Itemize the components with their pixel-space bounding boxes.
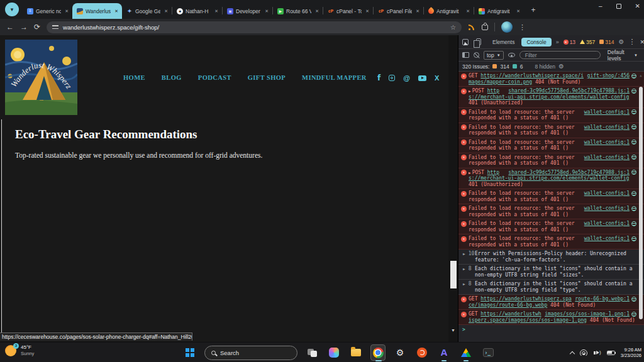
nav-link-podcast[interactable]: PODCAST: [198, 74, 231, 81]
antigravity-taskbar-button[interactable]: A: [436, 344, 452, 361]
expand-arrow-icon[interactable]: ▶: [469, 89, 471, 93]
open-issue-icon[interactable]: [631, 170, 636, 175]
open-issue-icon[interactable]: [631, 236, 636, 241]
console-sidebar-icon[interactable]: [462, 52, 469, 58]
console-scrollbar[interactable]: ▲: [639, 72, 643, 342]
extensions-puzzle-icon[interactable]: [482, 25, 488, 30]
wifi-icon[interactable]: [580, 349, 588, 356]
tab-close-icon[interactable]: ✕: [364, 8, 370, 14]
issue-count-badge[interactable]: 314: [599, 39, 614, 45]
tab-close-icon[interactable]: ✕: [314, 8, 320, 14]
scroll-down-icon[interactable]: ▼: [451, 328, 455, 332]
nav-link-gift-shop[interactable]: GIFT SHOP: [248, 74, 286, 81]
maximize-button[interactable]: [616, 4, 621, 9]
message-marker[interactable]: ▶8: [460, 281, 475, 287]
source-link[interactable]: wallet-config:1: [584, 109, 630, 116]
tab-elements[interactable]: Elements: [490, 38, 517, 47]
tray-overflow-icon[interactable]: [570, 351, 575, 356]
devtools-settings-icon[interactable]: ⚙: [618, 38, 624, 45]
open-issue-icon[interactable]: [631, 297, 636, 302]
source-link[interactable]: images/sos/sos-image-1.png:1: [545, 311, 630, 317]
clock[interactable]: 9:26 AM 3/23/2026: [621, 347, 641, 358]
open-issue-icon[interactable]: [631, 155, 636, 160]
source-link[interactable]: wallet-config:1: [584, 140, 630, 146]
tab-close-icon[interactable]: ✕: [264, 8, 270, 14]
browser-menu-icon[interactable]: ⋮: [519, 23, 526, 31]
start-button[interactable]: [182, 344, 197, 361]
source-link[interactable]: wallet-config:1: [584, 221, 630, 227]
browser-tab[interactable]: Antigravit✕: [474, 3, 524, 19]
open-issue-icon[interactable]: [631, 206, 636, 211]
browser-tab[interactable]: Wanderlus✕: [72, 3, 122, 19]
ubuntu-taskbar-button[interactable]: [414, 344, 430, 361]
tab-close-icon[interactable]: ✕: [64, 8, 70, 14]
issues-count-label[interactable]: 320 Issues:: [462, 63, 489, 70]
nav-link-blog[interactable]: BLOG: [162, 74, 182, 81]
task-view-taskbar-button[interactable]: [304, 344, 319, 361]
address-bar[interactable]: wanderlustwhisperz.space/gift-shop/ ☆: [47, 21, 462, 33]
google-drive-taskbar-button[interactable]: [458, 344, 474, 361]
source-link[interactable]: route-66-bg.webp:1: [575, 296, 630, 302]
source-link[interactable]: shared-3c99dc57758ed.9e5bc719c47988.js:1: [508, 170, 630, 176]
copilot-taskbar-button[interactable]: [326, 344, 341, 361]
source-link[interactable]: wallet-config:1: [584, 124, 630, 131]
url-text[interactable]: wanderlustwhisperz.space/gift-shop/: [63, 24, 446, 31]
browser-tab[interactable]: ≡Generic no✕: [23, 3, 72, 19]
expand-arrow-icon[interactable]: ▶: [463, 281, 465, 287]
warning-count-badge[interactable]: 357: [580, 39, 595, 45]
log-levels-selector[interactable]: Default levels▼: [605, 48, 640, 62]
open-issue-icon[interactable]: [631, 312, 636, 317]
open-issue-icon[interactable]: [631, 221, 636, 226]
devtools-close-icon[interactable]: ✕: [640, 39, 644, 45]
site-settings-icon[interactable]: [52, 25, 58, 30]
bookmark-star-icon[interactable]: ☆: [450, 24, 456, 31]
source-link[interactable]: gift-shop/:456: [587, 73, 630, 79]
tab-close-icon[interactable]: ✕: [414, 8, 421, 14]
nav-link-mindful-mapper[interactable]: MINDFUL MAPPER: [302, 74, 367, 81]
page-scrollbar[interactable]: ▼: [448, 35, 458, 342]
source-link[interactable]: wallet-config:1: [584, 190, 630, 197]
minimize-button[interactable]: –: [599, 3, 602, 9]
tab-search-button[interactable]: ▾: [5, 3, 19, 16]
message-marker[interactable]: ▶8: [460, 266, 475, 272]
more-tabs-icon[interactable]: »: [556, 39, 559, 45]
source-link[interactable]: wallet-config:1: [584, 206, 630, 212]
source-link[interactable]: shared-3c99dc57758ed.9e5bc719c47988.js:1: [508, 88, 630, 94]
profile-avatar[interactable]: [501, 21, 513, 33]
close-window-button[interactable]: ✕: [635, 3, 640, 9]
taskbar-search-box[interactable]: Search: [204, 346, 297, 360]
device-toolbar-icon[interactable]: [476, 38, 481, 45]
open-issue-icon[interactable]: [631, 140, 636, 145]
youtube-icon[interactable]: [418, 75, 426, 81]
message-marker[interactable]: ▶10: [460, 251, 475, 257]
expand-arrow-icon[interactable]: ▶: [463, 266, 465, 272]
console-scrollbar-thumb[interactable]: [639, 87, 643, 319]
settings-taskbar-button[interactable]: ⚙: [392, 344, 408, 361]
source-link[interactable]: wallet-config:1: [584, 155, 630, 161]
source-link[interactable]: wallet-config:1: [584, 236, 630, 242]
tab-close-icon[interactable]: ✕: [465, 8, 471, 14]
volume-icon[interactable]: ): [594, 350, 601, 355]
threads-icon[interactable]: @: [403, 74, 410, 82]
open-issue-icon[interactable]: [631, 74, 636, 79]
scroll-up-icon[interactable]: ▲: [640, 72, 642, 79]
tab-console[interactable]: Console: [521, 38, 551, 47]
clear-console-icon[interactable]: [474, 52, 479, 58]
browser-tab[interactable]: ●Nathan-H✕: [172, 3, 222, 19]
inspect-element-icon[interactable]: [462, 39, 469, 45]
browser-tab[interactable]: Antigravit✕: [424, 3, 474, 19]
battery-icon[interactable]: [607, 351, 615, 355]
console-prompt[interactable]: >: [458, 325, 644, 333]
instagram-icon[interactable]: [389, 75, 395, 81]
browser-tab[interactable]: cPcPanel File✕: [374, 3, 423, 19]
site-logo[interactable]: Wanderlust Whisperz: [5, 40, 77, 115]
console-filter-input[interactable]: [519, 51, 601, 59]
terminal-taskbar-button[interactable]: ›_: [480, 344, 496, 361]
expand-arrow-icon[interactable]: ▶: [469, 170, 471, 175]
tab-close-icon[interactable]: ✕: [113, 8, 119, 14]
facebook-icon[interactable]: f: [377, 74, 380, 82]
x-icon[interactable]: X: [435, 74, 439, 82]
open-issue-icon[interactable]: [631, 109, 636, 114]
open-issue-icon[interactable]: [631, 191, 636, 196]
browser-tab[interactable]: ✦Google Ge✕: [122, 3, 172, 19]
